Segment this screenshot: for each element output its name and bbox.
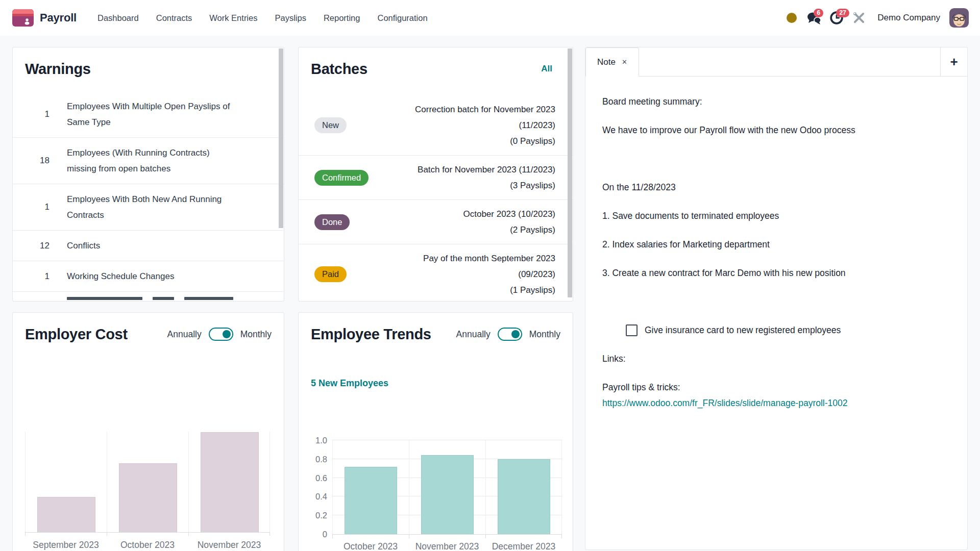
- annually-label[interactable]: Annually: [456, 329, 491, 340]
- employee-trends-period-toggle: Annually Monthly: [456, 328, 560, 341]
- messages-icon[interactable]: 6: [805, 9, 823, 27]
- y-axis-label: 0.8: [303, 455, 327, 464]
- warnings-card: Warnings 1 Employees With Multiple Open …: [12, 47, 284, 302]
- note-blank-line: [602, 151, 950, 167]
- note-checklist-item: Give insurance card to new registered em…: [602, 322, 950, 338]
- employer-cost-bar: [201, 432, 259, 532]
- warning-row[interactable]: 1 Employees With Both New And Running Co…: [13, 184, 284, 231]
- activities-count-badge: 27: [836, 9, 849, 17]
- company-switcher[interactable]: Demo Company: [877, 13, 940, 23]
- note-line: We have to improve our Payroll flow with…: [602, 122, 950, 138]
- app-brand[interactable]: Payroll: [0, 9, 77, 27]
- add-tab-button[interactable]: +: [940, 47, 967, 76]
- note-line: 1. Save documents to terminated employee…: [602, 208, 950, 224]
- batch-label: Correction batch for November 2023(11/20…: [415, 102, 555, 149]
- note-tabbar: Note ✕ +: [585, 47, 967, 77]
- menu-item-configuration[interactable]: Configuration: [369, 0, 436, 36]
- batch-label: Pay of the month September 2023(09/2023)…: [423, 251, 555, 298]
- x-axis-label: October 2023: [332, 541, 409, 551]
- employee-trends-title: Employee Trends: [311, 325, 431, 343]
- batches-title: Batches: [311, 60, 368, 78]
- warning-label: Employees With Both New And Running Cont…: [67, 191, 235, 223]
- menu-item-work-entries[interactable]: Work Entries: [201, 0, 266, 36]
- employer-cost-bar: [119, 463, 177, 532]
- warning-count: 12: [13, 241, 50, 251]
- monthly-label[interactable]: Monthly: [240, 329, 272, 340]
- batch-status-badge: New: [314, 117, 347, 133]
- warnings-scrollbar[interactable]: [279, 48, 283, 228]
- note-line: Board meeting summary:: [602, 94, 950, 110]
- main-menu: DashboardContractsWork EntriesPayslipsRe…: [89, 0, 436, 36]
- x-axis-label: October 2023: [107, 540, 188, 550]
- checkbox-label: Give insurance card to new registered em…: [645, 322, 841, 338]
- checkbox[interactable]: [626, 324, 638, 336]
- batch-row[interactable]: Paid Pay of the month September 2023(09/…: [299, 244, 573, 302]
- employer-cost-card: Employer Cost Annually Monthly September…: [12, 312, 284, 551]
- note-line: Links:: [602, 351, 950, 367]
- note-line: On the 11/28/2023: [602, 180, 950, 195]
- user-avatar[interactable]: [949, 8, 969, 28]
- batch-row[interactable]: Done October 2023 (10/2023)(2 Payslips): [299, 200, 573, 244]
- warning-label: Conflicts: [67, 238, 100, 254]
- note-blank-line: [602, 294, 950, 310]
- x-axis-label: September 2023: [25, 540, 107, 550]
- menu-item-payslips[interactable]: Payslips: [266, 0, 314, 36]
- y-axis-label: 1.0: [303, 436, 327, 445]
- annually-label[interactable]: Annually: [167, 329, 202, 340]
- note-line: 3. Create a new contract for Marc Demo w…: [602, 265, 950, 281]
- warning-count: 1: [13, 202, 50, 212]
- plus-icon: +: [950, 54, 958, 70]
- batches-all-link[interactable]: All: [541, 64, 552, 74]
- note-line: https://www.odoo.com/fr_FR/slides/slide/…: [602, 395, 950, 411]
- x-axis-label: November 2023: [188, 540, 270, 550]
- close-tab-icon[interactable]: ✕: [622, 58, 627, 66]
- menu-item-dashboard[interactable]: Dashboard: [89, 0, 148, 36]
- monthly-label[interactable]: Monthly: [529, 329, 560, 340]
- batches-scrollbar[interactable]: [568, 48, 572, 297]
- batch-row[interactable]: Confirmed Batch for November 2023 (11/20…: [299, 156, 573, 200]
- period-switch[interactable]: [498, 328, 522, 341]
- batch-status-badge: Confirmed: [314, 170, 369, 186]
- note-line: Payroll tips & tricks:: [602, 380, 950, 395]
- new-employees-link[interactable]: 5 New Employees: [311, 378, 388, 389]
- note-hyperlink[interactable]: https://www.odoo.com/fr_FR/slides/slide/…: [602, 398, 848, 408]
- period-switch[interactable]: [209, 328, 233, 341]
- payroll-app-icon: [12, 9, 34, 27]
- app-name: Payroll: [40, 11, 77, 24]
- batches-list: New Correction batch for November 2023(1…: [299, 95, 573, 302]
- menu-item-reporting[interactable]: Reporting: [315, 0, 369, 36]
- status-dot-icon[interactable]: [782, 9, 801, 27]
- tab-note[interactable]: Note ✕: [585, 47, 639, 77]
- note-line: 2. Index salaries for Marketing departme…: [602, 237, 950, 253]
- batches-card: Batches All New Correction batch for Nov…: [298, 47, 573, 302]
- warning-row[interactable]: 1 Working Schedule Changes: [13, 261, 284, 292]
- employer-cost-bar: [37, 497, 95, 532]
- note-content[interactable]: Board meeting summary:We have to improve…: [585, 77, 967, 411]
- warning-count: 1: [13, 271, 50, 282]
- debug-tools-icon[interactable]: [850, 9, 868, 27]
- warning-row[interactable]: 1 Employees With Multiple Open Payslips …: [13, 91, 284, 138]
- batch-label: October 2023 (10/2023)(2 Payslips): [463, 206, 555, 238]
- activities-icon[interactable]: 27: [827, 9, 846, 27]
- y-axis-label: 0.6: [303, 473, 327, 483]
- warning-row[interactable]: 12 Conflicts: [13, 231, 284, 261]
- batch-row[interactable]: New Correction batch for November 2023(1…: [299, 95, 573, 156]
- x-axis-label: November 2023: [409, 541, 485, 551]
- top-navbar: Payroll DashboardContractsWork EntriesPa…: [0, 0, 980, 36]
- wrench-screwdriver-icon: [852, 11, 866, 24]
- messages-count-badge: 6: [814, 9, 823, 17]
- note-panel: Note ✕ + Board meeting summary:We have t…: [585, 47, 968, 550]
- employee-trends-card: Employee Trends Annually Monthly 5 New E…: [298, 312, 573, 551]
- x-axis-label: December 2023: [485, 541, 562, 551]
- batch-status-badge: Paid: [314, 266, 347, 282]
- warnings-list: 1 Employees With Multiple Open Payslips …: [13, 91, 284, 292]
- warning-count: 18: [13, 156, 50, 166]
- batch-label: Batch for November 2023 (11/2023)(3 Pays…: [418, 162, 555, 193]
- warning-row[interactable]: 18 Employees (With Running Contracts) mi…: [13, 138, 284, 184]
- warning-label: Employees With Multiple Open Payslips of…: [67, 98, 235, 130]
- y-axis-label: 0: [303, 530, 327, 539]
- note-tab-label: Note: [597, 57, 616, 67]
- menu-item-contracts[interactable]: Contracts: [148, 0, 201, 36]
- employee-trends-bar: [345, 467, 397, 534]
- employee-trends-bar: [421, 455, 474, 534]
